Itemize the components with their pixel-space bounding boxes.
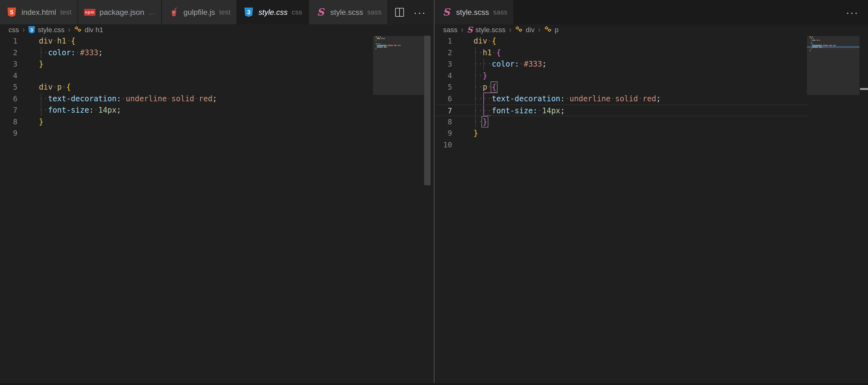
code-line-text[interactable]: ··font-size:·14px; [18,104,121,116]
code-line-text[interactable]: ··p·{ [452,81,496,93]
code-line-5[interactable]: 5div·p·{ [0,81,373,93]
split-editor-icon[interactable] [395,8,404,17]
code-line-1[interactable]: 1div·h1·{ [0,35,373,47]
code-line-text[interactable]: div·h1·{ [18,35,75,47]
code-line-1[interactable]: 1div·{ [435,35,807,47]
line-number[interactable]: 6 [435,93,452,105]
code-line-10[interactable]: 10 [435,139,807,151]
breadcrumb-item-div-h1[interactable]: div h1 [74,26,103,34]
line-number[interactable]: 3 [435,58,452,70]
line-number[interactable]: 7 [435,105,452,115]
line-number[interactable]: 1 [0,35,18,47]
line-number[interactable]: 9 [0,128,18,139]
window-bottom-edge [0,383,868,385]
line-number[interactable]: 3 [0,58,18,70]
line-number[interactable]: 4 [0,70,18,82]
tab-style.css[interactable]: 3style.csscss [237,0,309,24]
code-line-text[interactable]: ··} [452,116,487,128]
tab-index.html[interactable]: 5index.htmltest [0,0,78,24]
overview-ruler-cursor-mark [860,88,868,90]
sass-icon: S [443,7,450,17]
scrollbar-thumb-left[interactable] [424,36,431,185]
breadcrumb-item-div[interactable]: div [515,26,534,34]
tab-style.scss[interactable]: Sstyle.scsssass [309,0,388,24]
whitespace-dots: ·· [473,71,483,80]
code-line-text[interactable]: div·p·{ [18,81,71,93]
line-number[interactable]: 7 [0,104,18,116]
tab-label: package.json [99,8,144,17]
line-number[interactable]: 2 [435,47,452,59]
code-line-8[interactable]: 8} [0,116,373,128]
code-line-8[interactable]: 8··} [435,116,807,128]
code-line-9[interactable]: 9 [0,128,373,139]
breadcrumb-item-sass[interactable]: sass [443,26,457,34]
code-line-7[interactable]: 7··font-size:·14px; [0,104,373,116]
code-line-5[interactable]: 5··p·{ [435,81,807,93]
code-line-text[interactable]: div·{ [452,35,496,47]
code-area-right: 1div·{2··h1·{3····color:·#333;4··}5··p·{… [435,35,807,150]
line-number[interactable]: 1 [435,35,452,47]
code-line-3[interactable]: 3} [0,58,373,70]
code-line-text[interactable]: ··color:·#333; [18,47,103,59]
npm-icon: npm [84,9,95,16]
code-line-text[interactable]: } [452,128,478,139]
whitespace-dots: · [53,37,57,45]
code-line-text[interactable]: ··} [452,70,487,82]
whitespace-dots: · [121,94,125,103]
line-number[interactable]: 5 [435,81,452,93]
code-area-left: 1div·h1·{2··color:·#333;3}45div·p·{6··te… [0,35,373,139]
breadcrumb-label: div [526,26,534,34]
breadcrumb-item-css[interactable]: css [8,26,19,34]
code-line-text[interactable]: ····color:·#333; [452,58,547,70]
breadcrumb-item-style.scss[interactable]: Sstyle.scss [467,26,505,34]
whitespace-dots: ···· [473,94,492,103]
code-token: red [643,94,656,103]
minimap-left[interactable] [373,36,424,51]
tab-package.json[interactable]: npmpackage.json… [78,0,162,24]
code-line-4[interactable]: 4··} [435,70,807,82]
tab-icon-wrap: S [315,7,326,17]
code-line-6[interactable]: 6····text-decoration:·underline·solid·re… [435,93,807,105]
code-line-text[interactable]: ····font-size:·14px; [452,105,565,115]
editor-group-sash[interactable] [434,0,435,385]
breadcrumb-separator: › [23,26,25,34]
line-number[interactable]: 8 [435,116,452,128]
code-line-2[interactable]: 2··h1·{ [435,47,807,59]
breadcrumb-item-p[interactable]: p [544,26,559,34]
code-line-text[interactable]: ··text-decoration:·underline·solid·red; [18,93,217,105]
code-line-2[interactable]: 2··color:·#333; [0,47,373,59]
code-token: { [71,37,75,45]
line-number[interactable]: 5 [0,81,18,93]
line-number[interactable]: 9 [435,128,452,139]
minimap-right[interactable] [807,36,860,53]
editor-right: 1div·{2··h1·{3····color:·#333;4··}5··p·{… [435,35,868,385]
line-number[interactable]: 10 [435,139,452,151]
code-line-text[interactable]: } [18,58,43,70]
code-line-9[interactable]: 9} [435,128,807,139]
line-number[interactable]: 8 [0,116,18,128]
code-line-3[interactable]: 3····color:·#333; [435,58,807,70]
code-line-4[interactable]: 4 [0,70,373,82]
code-line-text[interactable]: } [18,116,43,128]
code-line-text[interactable]: ····text-decoration:·underline·solid·red… [452,93,661,105]
code-line-6[interactable]: 6··text-decoration:·underline·solid·red; [0,93,373,105]
line-number[interactable]: 4 [435,70,452,82]
line-number[interactable]: 2 [0,47,18,59]
code-line-7[interactable]: 7····font-size:·14px; [435,104,807,116]
breadcrumb-right: sass›Sstyle.scss›div›p [435,24,868,35]
tabbar-left-actions: ··· [395,0,426,24]
more-actions-button-right[interactable]: ··· [846,7,859,18]
code-line-text[interactable] [452,139,473,151]
tab-style.scss[interactable]: Sstyle.scsssass [435,0,514,24]
tab-gulpfile.js[interactable]: gulpfile.jstest [162,0,237,24]
more-actions-button-left[interactable]: ··· [413,7,426,18]
whitespace-dots: · [487,83,492,92]
line-number[interactable]: 6 [0,93,18,105]
code-line-text[interactable] [18,128,39,139]
breadcrumb-item-style.css[interactable]: 3style.css [28,26,64,34]
minimap-slider[interactable] [807,36,860,95]
code-token: } [483,71,487,80]
minimap-slider[interactable] [373,36,424,95]
code-line-text[interactable] [18,70,39,82]
code-line-text[interactable]: ··h1·{ [452,47,501,59]
